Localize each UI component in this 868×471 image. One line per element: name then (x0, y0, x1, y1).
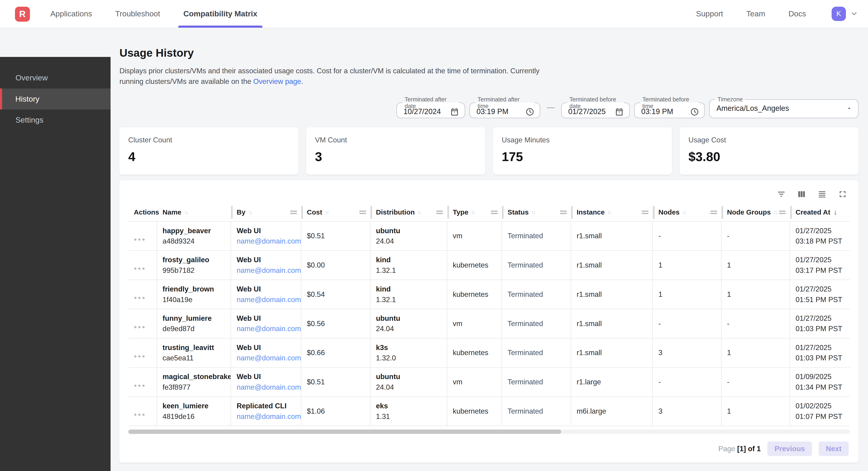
sort-icon[interactable]: ↑↓ (248, 209, 252, 215)
column-header-cost[interactable]: Cost↑↓ (301, 203, 370, 221)
terminated-before-time-field[interactable]: Terminated before time 03:19 PM (634, 96, 705, 118)
nav-link-docs[interactable]: Docs (788, 9, 806, 18)
horizontal-scrollbar-track[interactable] (128, 430, 850, 434)
row-actions-icon[interactable]: ●●● (134, 344, 146, 361)
created-by-email-link[interactable]: name@domain.com (237, 294, 298, 305)
cell-actions: ●●● (128, 368, 157, 396)
column-separator[interactable] (653, 206, 654, 219)
cost-value: $0.00 (307, 260, 367, 270)
column-separator[interactable] (447, 206, 449, 219)
sidebar-item-history[interactable]: History (0, 88, 111, 110)
column-separator[interactable] (370, 206, 372, 219)
terminated-after-date-value[interactable]: 10/27/2024 (404, 107, 441, 116)
avatar[interactable]: K (832, 7, 846, 21)
sort-icon[interactable]: ↑↓ (608, 209, 611, 215)
instance-value: r1.small (577, 289, 649, 300)
cell-node-groups: - (721, 222, 790, 251)
previous-button[interactable]: Previous (767, 442, 812, 456)
column-header-created-at[interactable]: Created At↓ (790, 203, 850, 221)
cell-nodes: - (653, 309, 721, 338)
cell-created-at: 01/09/202501:34 PM PST (790, 368, 850, 396)
drag-handle-icon[interactable] (491, 211, 498, 214)
instance-value: m6i.large (577, 406, 649, 417)
row-actions-icon[interactable]: ●●● (134, 315, 146, 332)
sort-icon[interactable]: ↑↓ (184, 209, 187, 215)
filter-icon[interactable] (776, 189, 786, 199)
horizontal-scrollbar-thumb[interactable] (128, 430, 561, 434)
drag-handle-icon[interactable] (560, 211, 567, 214)
terminated-before-date-field[interactable]: Terminated before date 01/27/2025 (561, 96, 630, 118)
drag-handle-icon[interactable] (710, 211, 717, 214)
columns-icon[interactable] (797, 189, 806, 199)
terminated-after-date-field[interactable]: Terminated after date 10/27/2024 (397, 96, 465, 118)
sort-icon[interactable]: ↑↓ (531, 209, 535, 215)
created-by-email-link[interactable]: name@domain.com (237, 265, 298, 276)
account-menu[interactable]: K (832, 7, 858, 21)
column-separator[interactable] (571, 206, 573, 219)
terminated-after-time-field[interactable]: Terminated after time 03:19 PM (469, 96, 540, 118)
nav-link-support[interactable]: Support (696, 9, 723, 18)
clock-icon[interactable] (690, 107, 699, 116)
sort-desc-icon[interactable]: ↓ (834, 208, 837, 216)
drag-handle-icon[interactable] (779, 211, 786, 214)
dropdown-arrow-icon[interactable] (846, 105, 852, 112)
brand-logo[interactable]: R (15, 7, 30, 22)
sidebar-item-overview[interactable]: Overview (0, 67, 111, 88)
nodes-value: 3 (658, 406, 718, 417)
sort-icon[interactable]: ↑↓ (417, 209, 421, 215)
calendar-icon[interactable] (615, 107, 624, 116)
density-icon[interactable] (817, 189, 827, 199)
column-header-name[interactable]: Name↑↓ (157, 203, 231, 221)
terminated-before-date-value[interactable]: 01/27/2025 (568, 107, 606, 116)
column-header-node-groups[interactable]: Node Groups↑↓ (721, 203, 790, 221)
created-by-email-link[interactable]: name@domain.com (237, 353, 298, 363)
created-by-email-link[interactable]: name@domain.com (237, 382, 298, 393)
drag-handle-icon[interactable] (359, 211, 366, 214)
column-header-type[interactable]: Type↑↓ (447, 203, 502, 221)
clock-icon[interactable] (525, 107, 534, 116)
sort-icon[interactable]: ↑↓ (774, 209, 777, 215)
drag-handle-icon[interactable] (642, 211, 648, 214)
column-header-status[interactable]: Status↑↓ (502, 203, 571, 221)
stat-card-usage-minutes: Usage Minutes 175 (493, 127, 672, 175)
terminated-after-time-value[interactable]: 03:19 PM (476, 107, 509, 116)
row-actions-icon[interactable]: ●●● (134, 257, 146, 274)
sort-icon[interactable]: ↑↓ (471, 209, 474, 215)
drag-handle-icon[interactable] (290, 211, 297, 214)
column-separator[interactable] (502, 206, 503, 219)
tab-troubleshoot[interactable]: Troubleshoot (110, 0, 165, 28)
calendar-icon[interactable] (450, 107, 459, 116)
tab-compatibility-matrix[interactable]: Compatibility Matrix (178, 0, 262, 28)
terminated-before-time-value[interactable]: 03:19 PM (641, 107, 673, 116)
column-header-nodes[interactable]: Nodes↑↓ (653, 203, 721, 221)
cell-cost: $0.51 (301, 222, 370, 251)
row-actions-icon[interactable]: ●●● (134, 403, 146, 420)
timezone-select[interactable]: Timezone America/Los_Angeles (709, 96, 859, 118)
distribution-name: ubuntu (376, 226, 443, 236)
column-header-instance[interactable]: Instance↑↓ (571, 203, 653, 221)
sort-icon[interactable]: ↑↓ (682, 209, 686, 215)
sort-icon[interactable]: ↑↓ (325, 209, 328, 215)
column-header-distribution[interactable]: Distribution↑↓ (370, 203, 447, 221)
timezone-value[interactable]: America/Los_Angeles (716, 104, 789, 113)
drag-handle-icon[interactable] (436, 211, 443, 214)
pagination: Page [1] of 1 Previous Next (128, 442, 850, 456)
column-separator[interactable] (721, 206, 723, 219)
column-separator[interactable] (231, 206, 232, 219)
fullscreen-icon[interactable] (838, 189, 847, 199)
tab-applications[interactable]: Applications (45, 0, 97, 28)
chevron-down-icon[interactable] (850, 10, 858, 18)
created-by-email-link[interactable]: name@domain.com (237, 411, 298, 422)
next-button[interactable]: Next (819, 442, 849, 456)
sidebar-item-settings[interactable]: Settings (0, 110, 111, 130)
row-actions-icon[interactable]: ●●● (134, 286, 146, 303)
created-by-email-link[interactable]: name@domain.com (237, 236, 298, 246)
created-by-email-link[interactable]: name@domain.com (237, 324, 298, 334)
row-actions-icon[interactable]: ●●● (134, 228, 146, 244)
column-header-by[interactable]: By↑↓ (231, 203, 301, 221)
column-separator[interactable] (301, 206, 303, 219)
nav-link-team[interactable]: Team (746, 9, 765, 18)
column-separator[interactable] (790, 206, 792, 219)
row-actions-icon[interactable]: ●●● (134, 374, 146, 390)
overview-page-link[interactable]: Overview page (253, 78, 301, 86)
